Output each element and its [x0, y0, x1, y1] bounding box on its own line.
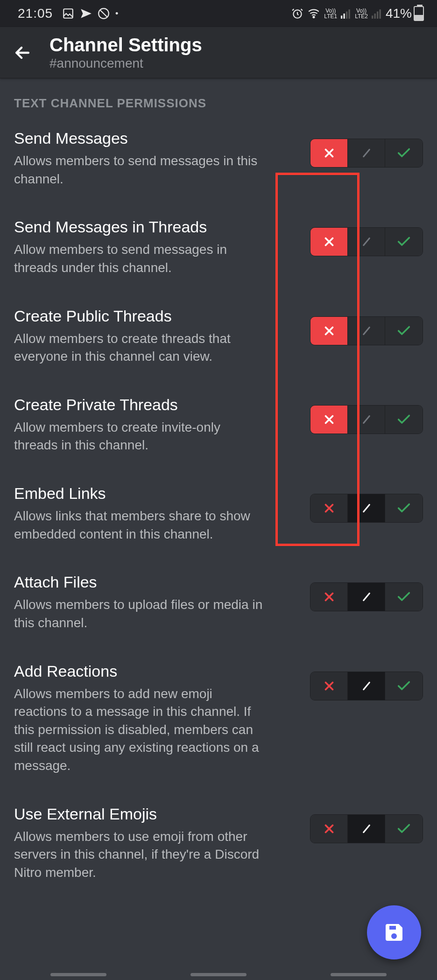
permission-deny-button[interactable]	[310, 139, 348, 167]
permission-allow-button[interactable]	[385, 406, 423, 434]
dnd-icon	[98, 7, 110, 20]
back-button[interactable]	[11, 42, 34, 64]
permission-row: Embed LinksAllows links that members sha…	[14, 484, 423, 543]
x-icon	[322, 590, 336, 604]
page-subtitle: #announcement	[49, 56, 202, 71]
permission-text: Create Private ThreadsAllow members to c…	[14, 396, 275, 455]
permission-deny-button[interactable]	[310, 815, 348, 843]
signal-bars-2-icon	[372, 8, 382, 19]
permission-neutral-button[interactable]	[348, 406, 385, 434]
svg-rect-10	[377, 12, 378, 19]
save-icon	[383, 921, 405, 944]
permission-neutral-button[interactable]	[348, 815, 385, 843]
permission-toggle	[310, 494, 423, 523]
permission-row: Send MessagesAllows members to send mess…	[14, 129, 423, 188]
permission-deny-button[interactable]	[310, 317, 348, 345]
permission-row: Create Private ThreadsAllow members to c…	[14, 396, 423, 455]
svg-rect-9	[374, 14, 375, 19]
permission-toggle	[310, 316, 423, 345]
permission-deny-button[interactable]	[310, 583, 348, 611]
check-icon	[396, 678, 412, 694]
permission-text: Send MessagesAllows members to send mess…	[14, 129, 275, 188]
permission-description: Allows links that members share to show …	[14, 507, 266, 543]
permission-deny-button[interactable]	[310, 406, 348, 434]
x-icon	[322, 679, 336, 693]
check-icon	[396, 589, 412, 605]
permission-title: Send Messages in Threads	[14, 218, 266, 236]
battery-indicator: 41%	[386, 6, 424, 21]
header-titles: Channel Settings #announcement	[49, 35, 202, 71]
check-icon	[396, 323, 412, 339]
check-icon	[396, 234, 412, 250]
slash-icon	[359, 413, 374, 427]
status-time: 21:05	[18, 6, 53, 21]
permission-allow-button[interactable]	[385, 583, 423, 611]
save-fab[interactable]	[367, 905, 421, 959]
permission-neutral-button[interactable]	[348, 672, 385, 700]
permission-title: Add Reactions	[14, 662, 266, 680]
permission-description: Allows members to upload files or media …	[14, 596, 266, 632]
x-icon	[322, 146, 336, 160]
permission-deny-button[interactable]	[310, 494, 348, 522]
battery-percentage: 41%	[386, 6, 412, 21]
svg-rect-5	[344, 14, 345, 19]
slash-icon	[359, 146, 374, 160]
page-title: Channel Settings	[49, 35, 202, 55]
status-left: 21:05 •	[18, 6, 118, 21]
permission-text: Add ReactionsAllows members to add new e…	[14, 662, 275, 775]
permission-row: Add ReactionsAllows members to add new e…	[14, 662, 423, 775]
permission-neutral-button[interactable]	[348, 494, 385, 522]
permission-description: Allows members to use emoji from other s…	[14, 828, 266, 882]
wifi-icon	[307, 7, 320, 20]
permissions-list: Send MessagesAllows members to send mess…	[14, 129, 423, 882]
permission-toggle	[310, 814, 423, 843]
permission-allow-button[interactable]	[385, 815, 423, 843]
permission-toggle	[310, 139, 423, 168]
slash-icon	[359, 235, 374, 249]
signal-bars-1-icon	[341, 8, 351, 19]
permission-text: Embed LinksAllows links that members sha…	[14, 484, 275, 543]
permission-description: Allow members to send messages in thread…	[14, 241, 266, 277]
permission-neutral-button[interactable]	[348, 317, 385, 345]
svg-rect-8	[372, 15, 373, 19]
permission-description: Allows members to add new emoji reaction…	[14, 685, 266, 775]
permission-allow-button[interactable]	[385, 139, 423, 167]
section-header: TEXT CHANNEL PERMISSIONS	[14, 96, 423, 111]
send-icon	[80, 7, 92, 20]
status-right: Vo)) LTE1 Vo)) LTE2 41%	[291, 6, 424, 21]
nav-bar-segment	[190, 973, 247, 976]
slash-icon	[359, 822, 374, 836]
permission-deny-button[interactable]	[310, 672, 348, 700]
permission-allow-button[interactable]	[385, 317, 423, 345]
permission-title: Attach Files	[14, 573, 266, 591]
slash-icon	[359, 324, 374, 338]
slash-icon	[359, 501, 374, 515]
permission-allow-button[interactable]	[385, 672, 423, 700]
permission-neutral-button[interactable]	[348, 228, 385, 256]
nav-bar-segment	[331, 973, 387, 976]
permission-toggle	[310, 582, 423, 611]
signal-lte1: Vo)) LTE1	[324, 8, 337, 19]
permission-text: Create Public ThreadsAllow members to cr…	[14, 307, 275, 366]
x-icon	[322, 413, 336, 427]
permission-row: Use External EmojisAllows members to use…	[14, 805, 423, 882]
x-icon	[322, 501, 336, 515]
permission-deny-button[interactable]	[310, 228, 348, 256]
alarm-icon	[291, 7, 303, 20]
permission-allow-button[interactable]	[385, 228, 423, 256]
permission-neutral-button[interactable]	[348, 583, 385, 611]
permission-row: Attach FilesAllows members to upload fil…	[14, 573, 423, 632]
permission-neutral-button[interactable]	[348, 139, 385, 167]
permission-description: Allows members to send messages in this …	[14, 152, 266, 188]
permission-title: Embed Links	[14, 484, 266, 503]
permission-allow-button[interactable]	[385, 494, 423, 522]
svg-point-3	[313, 16, 315, 18]
permission-text: Use External EmojisAllows members to use…	[14, 805, 275, 882]
permission-text: Send Messages in ThreadsAllow members to…	[14, 218, 275, 277]
app-header: Channel Settings #announcement	[0, 27, 437, 78]
permission-toggle	[310, 227, 423, 256]
image-icon	[62, 7, 74, 20]
check-icon	[396, 412, 412, 427]
svg-rect-11	[379, 9, 381, 19]
dot-icon: •	[115, 9, 118, 19]
